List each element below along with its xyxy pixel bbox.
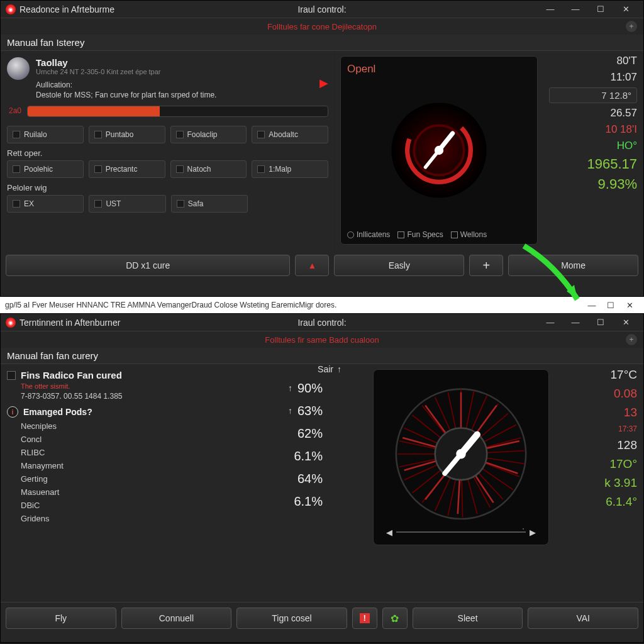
checkbox[interactable] (176, 131, 184, 138)
leaf-icon: ✿ (391, 613, 399, 625)
svg-point-3 (435, 146, 443, 155)
stat-value: 10 18'I (549, 123, 637, 136)
option-label: Poolehic (24, 165, 53, 174)
gauge-label: Openl (347, 63, 531, 75)
add-icon[interactable]: + (626, 334, 637, 345)
list-item[interactable]: Concl (21, 433, 253, 446)
checkbox-icon[interactable] (451, 231, 458, 238)
up-button[interactable]: ▲ (295, 255, 329, 276)
stat-value: 9.93% (549, 176, 637, 192)
vai-button[interactable]: VAI (528, 608, 638, 629)
checkbox[interactable] (13, 165, 20, 173)
option-button[interactable]: Poolehic (7, 160, 84, 178)
speed-gauge (382, 88, 496, 201)
percent-value: 64% (260, 467, 323, 490)
mome-button[interactable]: Mome (508, 255, 638, 276)
close-icon[interactable]: ✕ (613, 315, 638, 330)
gauge-card: Openl InllicatensFun SpecsWellons (340, 56, 538, 245)
list-sub3: Emanged Pods? (23, 407, 92, 417)
option-button[interactable]: 1:Malp (252, 160, 328, 178)
checkbox[interactable] (13, 200, 20, 208)
list-item[interactable]: Manayment (21, 459, 253, 472)
checkbox-icon[interactable] (397, 231, 404, 238)
close-icon[interactable]: ✕ (620, 297, 639, 313)
max-icon[interactable]: ☐ (601, 297, 620, 313)
sair-label: Sair (318, 364, 333, 374)
list-item[interactable]: DBiC (21, 499, 253, 512)
close-icon[interactable]: ✕ (613, 2, 638, 17)
minimize-icon[interactable]: — (538, 315, 563, 330)
min-icon[interactable]: — (582, 297, 601, 313)
arrow-up-icon: ↑ (288, 406, 292, 416)
gauge-check[interactable]: Wellons (451, 230, 487, 239)
checkbox[interactable] (257, 131, 265, 138)
window-top: ◉ Readonce in Afrteburme Iraul control: … (0, 0, 644, 297)
h-slider[interactable]: ◀ ▶ (386, 527, 536, 537)
checkbox[interactable] (94, 131, 102, 138)
progress-bar[interactable]: 2a0 (27, 106, 328, 117)
option-label: Prectantc (106, 165, 138, 174)
primary-button[interactable]: DD x1 cure (6, 255, 290, 276)
play-icon[interactable]: ▶ (319, 76, 328, 90)
checkbox[interactable] (94, 165, 102, 173)
fan-gauge: ◀ ▶ (373, 369, 549, 545)
list-sub-red: The otter sismit. (21, 382, 253, 390)
list-item[interactable]: Necniples (21, 419, 253, 433)
connuell-button[interactable]: Connuell (121, 608, 232, 629)
option-button[interactable]: Prectantc (89, 160, 165, 178)
option-button[interactable]: Puntabo (89, 126, 165, 143)
list-item[interactable]: Gridens (21, 512, 253, 525)
minimize-icon[interactable]: — (538, 2, 563, 17)
option-button[interactable]: Natoch (170, 160, 247, 178)
list-sub2: 7-873-0357. 00.55 1484 1.385 (21, 392, 253, 401)
stat-value: k 3.91 (580, 476, 637, 490)
arrow-up-icon: ↑ (337, 364, 341, 374)
option-button[interactable]: Ruilalo (7, 126, 84, 143)
fly-button[interactable]: Fly (6, 608, 116, 629)
list-item[interactable]: Masuenart (21, 486, 253, 499)
info-icon[interactable]: i (7, 406, 18, 418)
option-button[interactable]: EX (7, 195, 84, 213)
checkbox[interactable] (94, 200, 102, 208)
titlebar: ◉ Readonce in Afrteburme Iraul control: … (1, 1, 643, 18)
profile-name: Taollay (36, 57, 313, 68)
gauge-check[interactable]: Fun Specs (397, 230, 443, 239)
app-title: Readonce in Afrteburme (19, 4, 114, 14)
option-button[interactable]: Abodaltc (252, 126, 328, 143)
gauge-check[interactable]: Inllicatens (347, 230, 390, 239)
minimize2-icon[interactable]: — (563, 315, 588, 330)
sleet-button[interactable]: Sleet (413, 608, 523, 629)
percent-value: ↑90% (260, 377, 323, 399)
add-icon[interactable]: + (626, 21, 637, 32)
checkbox[interactable] (177, 200, 184, 208)
banner-text: Folltules far cone Dejilecatopn (267, 22, 377, 31)
app-title: Terntinnent in Aftenburner (19, 318, 120, 328)
app-logo-icon: ◉ (6, 4, 16, 14)
stat-value: 128 (580, 438, 637, 452)
maximize-icon[interactable]: ☐ (588, 2, 613, 17)
plus-button[interactable]: + (469, 255, 503, 276)
list-item[interactable]: RLIBC (21, 446, 253, 459)
option-button[interactable]: Safa (171, 195, 248, 213)
radio-icon[interactable] (347, 231, 354, 238)
checkbox[interactable] (7, 371, 16, 380)
checkbox[interactable] (13, 131, 20, 138)
checkbox[interactable] (257, 165, 265, 173)
exclaim-icon: ! (360, 613, 370, 623)
app-logo-icon: ◉ (6, 318, 16, 328)
path-text: gp/l5 aI Fver Meuser HNNANC TRE AMMNA Ve… (5, 301, 582, 309)
maximize-icon[interactable]: ☐ (588, 315, 613, 330)
percent-value: 6.1% (260, 445, 323, 467)
checkbox[interactable] (176, 165, 184, 173)
option-button[interactable]: UST (89, 195, 165, 213)
tign-button[interactable]: Tign cosel (236, 608, 347, 629)
eco-button[interactable]: ✿ (382, 608, 408, 629)
option-button[interactable]: Foolaclip (170, 126, 247, 143)
easly-button[interactable]: Easly (334, 255, 464, 276)
alert-button[interactable]: ! (352, 608, 377, 629)
list-item[interactable]: Gerting (21, 472, 253, 486)
profile-line1: Aullication: (36, 80, 313, 89)
option-label: EX (24, 199, 34, 208)
minimize2-icon[interactable]: — (563, 2, 588, 17)
sub-banner: Folltules fir same Badd cualoon + (1, 331, 643, 348)
